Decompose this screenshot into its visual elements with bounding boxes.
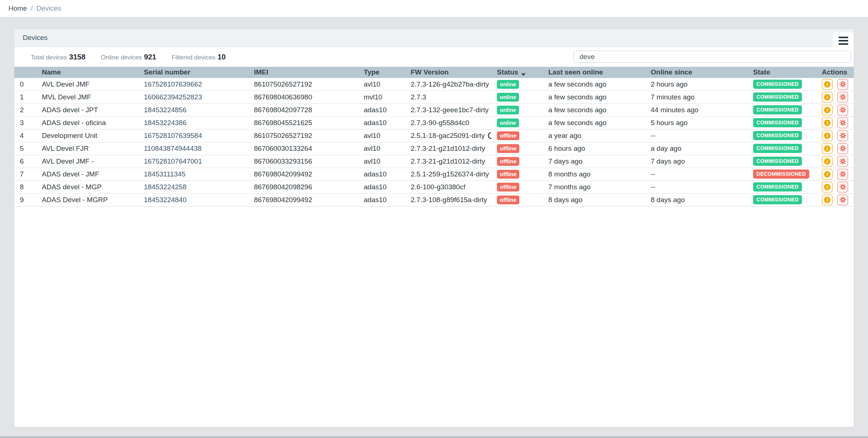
device-info-button[interactable]: i [822, 194, 833, 205]
serial-number-link[interactable]: 167528107639584 [144, 132, 202, 139]
device-imei: 867698042099492 [248, 193, 358, 206]
fw-version-cell: 2.7.3-21-g21d1012-dirty [405, 155, 491, 168]
serial-number-link[interactable]: 18453111345 [144, 170, 185, 178]
info-icon: i [824, 171, 831, 178]
page-content: Devices Total devices3158 Online devices… [0, 17, 868, 427]
status-badge: offline [497, 196, 519, 204]
state-badge: COMMISSIONED [753, 80, 802, 89]
gear-icon [839, 196, 846, 203]
column-header-online-since[interactable]: Online since [645, 67, 748, 78]
device-info-button[interactable]: i [822, 79, 833, 90]
serial-number-link[interactable]: 18453224856 [144, 106, 186, 114]
status-badge: offline [497, 144, 519, 153]
breadcrumb-home-link[interactable]: Home [8, 4, 27, 12]
row-index: 7 [14, 168, 36, 180]
fw-version: 2.7.3-90-g558d4c0 [411, 119, 469, 127]
device-imei: 867698040636980 [248, 91, 358, 103]
device-info-button[interactable]: i [822, 130, 833, 141]
device-name: ADAS devel - JPT [36, 103, 138, 116]
online-since: -- [645, 168, 748, 180]
device-settings-button[interactable] [837, 156, 848, 167]
info-icon: i [824, 158, 831, 165]
device-type: adas10 [358, 116, 405, 129]
column-header-serial[interactable]: Serial number [138, 67, 248, 78]
device-info-button[interactable]: i [822, 169, 833, 180]
column-header-status[interactable]: Status [491, 67, 543, 78]
column-header-fw-version[interactable]: FW Version [405, 67, 491, 78]
serial-number-link[interactable]: 160662394252823 [144, 93, 202, 101]
column-header-imei[interactable]: IMEI [248, 67, 358, 78]
fw-version: 2.7.3-21-g21d1012-dirty [411, 157, 485, 165]
device-type: adas10 [358, 193, 405, 206]
device-settings-button[interactable] [837, 92, 848, 103]
device-settings-button[interactable] [837, 117, 848, 128]
table-row: 2 ADAS devel - JPT 18453224856 867698042… [14, 103, 854, 116]
panel-header: Devices [14, 29, 854, 47]
gear-icon [839, 132, 846, 139]
info-icon: i [824, 132, 831, 139]
device-info-button[interactable]: i [822, 156, 833, 167]
serial-number-link[interactable]: 18453224258 [144, 183, 186, 191]
status-badge: offline [497, 157, 519, 166]
device-info-button[interactable]: i [822, 92, 833, 103]
stat-online-devices: Online devices921 [101, 53, 156, 61]
serial-number-link[interactable]: 18453224840 [144, 196, 186, 204]
row-index: 4 [14, 129, 36, 142]
device-info-button[interactable]: i [822, 143, 833, 154]
fw-version-cell: 2.7.3 [405, 91, 491, 103]
fw-version-cell: 2.7.3-126-g42b27ba-dirty [405, 78, 491, 91]
device-settings-button[interactable] [837, 130, 848, 141]
serial-number-link[interactable]: 110843874944438 [144, 145, 201, 152]
device-settings-button[interactable] [837, 79, 848, 90]
device-search-input[interactable] [574, 51, 851, 63]
column-header-state[interactable]: State [748, 67, 816, 78]
fw-version-cell: 2.6-100-g30380cf [405, 180, 491, 193]
device-imei: 861075026527192 [248, 78, 358, 91]
column-header-last-seen[interactable]: Last seen online [543, 67, 645, 78]
breadcrumb-separator: / [31, 4, 33, 12]
device-name: ADAS Devel - MGRP [36, 193, 138, 206]
table-row: 4 Development Unit 167528107639584 86107… [14, 129, 854, 142]
device-info-button[interactable]: i [822, 117, 833, 128]
serial-number-link[interactable]: 167528107647001 [144, 157, 202, 165]
stat-total-value: 3158 [69, 53, 86, 61]
sort-caret-icon [521, 73, 526, 76]
column-header-name[interactable]: Name [36, 67, 138, 78]
last-seen-online: 8 months ago [543, 168, 645, 180]
serial-number-link[interactable]: 167528107639662 [144, 80, 202, 88]
device-info-button[interactable]: i [822, 105, 833, 116]
info-icon: i [824, 94, 831, 101]
device-type: adas10 [358, 168, 405, 180]
stat-total-devices: Total devices3158 [31, 53, 86, 61]
online-since: 5 hours ago [645, 116, 748, 129]
online-since: 7 minutes ago [645, 91, 748, 103]
row-index: 1 [14, 91, 36, 103]
device-info-button[interactable]: i [822, 182, 833, 193]
device-settings-button[interactable] [837, 169, 848, 180]
fw-version: 2.7.3 [411, 93, 426, 101]
info-icon: i [824, 197, 831, 203]
device-imei: 867060033293156 [248, 155, 358, 168]
last-seen-online: a few seconds ago [543, 116, 645, 129]
fw-version-cell: 2.7.3-90-g558d4c0 [405, 116, 491, 129]
serial-number-link[interactable]: 18453224386 [144, 119, 186, 127]
row-index: 3 [14, 116, 36, 129]
device-settings-button[interactable] [837, 143, 848, 154]
device-settings-button[interactable] [837, 105, 848, 116]
status-badge: online [497, 118, 519, 127]
state-badge: COMMISSIONED [753, 105, 802, 114]
info-icon: i [824, 145, 831, 152]
table-row: 0 AVL Devel JMF 167528107639662 86107502… [14, 78, 854, 91]
gear-icon [839, 106, 846, 113]
hamburger-icon [839, 37, 848, 38]
state-badge: COMMISSIONED [753, 195, 802, 204]
gear-icon [839, 119, 846, 126]
device-settings-button[interactable] [837, 182, 848, 193]
stats-bar: Total devices3158 Online devices921 Filt… [14, 47, 854, 67]
device-type: avl10 [358, 155, 405, 168]
column-header-type[interactable]: Type [358, 67, 405, 78]
state-badge: DECOMMISSIONED [753, 169, 809, 179]
device-settings-button[interactable] [837, 194, 848, 205]
info-icon: i [824, 120, 831, 126]
fw-version: 2.7.3-21-g21d1012-dirty [411, 145, 485, 153]
